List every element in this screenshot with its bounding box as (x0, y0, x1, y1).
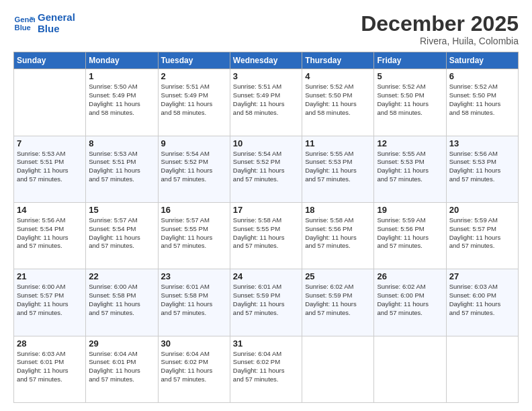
header-day-saturday: Saturday (446, 52, 518, 69)
svg-text:General: General (15, 15, 35, 24)
day-info: Sunrise: 5:54 AM Sunset: 5:52 PM Dayligh… (233, 150, 299, 184)
day-number: 15 (89, 205, 154, 215)
calendar-cell: 5Sunrise: 5:52 AM Sunset: 5:50 PM Daylig… (374, 69, 446, 136)
day-info: Sunrise: 6:01 AM Sunset: 5:58 PM Dayligh… (161, 283, 227, 317)
calendar-cell: 24Sunrise: 6:01 AM Sunset: 5:59 PM Dayli… (230, 269, 302, 336)
month-title: December 2025 (361, 12, 519, 36)
day-number: 9 (161, 138, 227, 148)
day-info: Sunrise: 5:56 AM Sunset: 5:54 PM Dayligh… (17, 216, 83, 250)
day-number: 29 (89, 338, 154, 349)
calendar-cell: 2Sunrise: 5:51 AM Sunset: 5:49 PM Daylig… (158, 69, 230, 136)
day-info: Sunrise: 5:53 AM Sunset: 5:51 PM Dayligh… (17, 150, 83, 184)
calendar-cell: 27Sunrise: 6:03 AM Sunset: 6:00 PM Dayli… (446, 269, 518, 336)
day-number: 25 (305, 271, 371, 281)
day-info: Sunrise: 5:54 AM Sunset: 5:52 PM Dayligh… (161, 150, 227, 184)
day-number: 10 (233, 138, 299, 148)
calendar-week-row: 28Sunrise: 6:03 AM Sunset: 6:01 PM Dayli… (14, 336, 519, 402)
day-number: 12 (377, 138, 443, 148)
day-info: Sunrise: 5:51 AM Sunset: 5:49 PM Dayligh… (161, 83, 227, 117)
day-info: Sunrise: 5:57 AM Sunset: 5:55 PM Dayligh… (161, 216, 227, 250)
calendar-cell: 18Sunrise: 5:58 AM Sunset: 5:56 PM Dayli… (302, 202, 374, 269)
day-info: Sunrise: 6:01 AM Sunset: 5:59 PM Dayligh… (233, 283, 299, 317)
logo-line1: General (38, 12, 75, 24)
calendar-header-row: SundayMondayTuesdayWednesdayThursdayFrid… (14, 52, 519, 69)
header: General Blue General Blue December 2025 … (13, 12, 519, 46)
calendar-cell: 12Sunrise: 5:55 AM Sunset: 5:53 PM Dayli… (374, 136, 446, 202)
day-number: 23 (161, 271, 227, 281)
calendar-cell: 3Sunrise: 5:51 AM Sunset: 5:49 PM Daylig… (230, 69, 302, 136)
calendar-cell: 23Sunrise: 6:01 AM Sunset: 5:58 PM Dayli… (158, 269, 230, 336)
day-number: 27 (449, 271, 515, 281)
calendar-cell: 8Sunrise: 5:53 AM Sunset: 5:51 PM Daylig… (86, 136, 158, 202)
calendar-cell: 17Sunrise: 5:58 AM Sunset: 5:55 PM Dayli… (230, 202, 302, 269)
day-number: 5 (377, 71, 443, 81)
calendar-cell (14, 69, 86, 136)
day-number: 14 (17, 205, 83, 215)
day-info: Sunrise: 6:03 AM Sunset: 6:01 PM Dayligh… (17, 350, 83, 384)
day-number: 4 (305, 71, 371, 81)
calendar-week-row: 21Sunrise: 6:00 AM Sunset: 5:57 PM Dayli… (14, 269, 519, 336)
calendar-week-row: 1Sunrise: 5:50 AM Sunset: 5:49 PM Daylig… (14, 69, 519, 136)
day-number: 31 (233, 338, 299, 349)
day-info: Sunrise: 6:04 AM Sunset: 6:02 PM Dayligh… (161, 350, 227, 384)
day-info: Sunrise: 5:52 AM Sunset: 5:50 PM Dayligh… (449, 83, 515, 117)
day-number: 11 (305, 138, 371, 148)
header-day-tuesday: Tuesday (158, 52, 230, 69)
day-info: Sunrise: 5:59 AM Sunset: 5:57 PM Dayligh… (449, 216, 515, 250)
day-number: 8 (89, 138, 154, 148)
title-block: December 2025 Rivera, Huila, Colombia (361, 12, 519, 46)
calendar-cell: 15Sunrise: 5:57 AM Sunset: 5:54 PM Dayli… (86, 202, 158, 269)
calendar-cell: 11Sunrise: 5:55 AM Sunset: 5:53 PM Dayli… (302, 136, 374, 202)
day-info: Sunrise: 5:58 AM Sunset: 5:55 PM Dayligh… (233, 216, 299, 250)
location-subtitle: Rivera, Huila, Colombia (361, 36, 519, 46)
logo-icon: General Blue (13, 13, 35, 34)
calendar-cell: 25Sunrise: 6:02 AM Sunset: 5:59 PM Dayli… (302, 269, 374, 336)
day-number: 28 (17, 338, 83, 349)
header-day-wednesday: Wednesday (230, 52, 302, 69)
day-info: Sunrise: 6:00 AM Sunset: 5:58 PM Dayligh… (89, 283, 154, 317)
day-number: 13 (449, 138, 515, 148)
calendar-cell: 16Sunrise: 5:57 AM Sunset: 5:55 PM Dayli… (158, 202, 230, 269)
day-info: Sunrise: 6:02 AM Sunset: 5:59 PM Dayligh… (305, 283, 371, 317)
day-number: 22 (89, 271, 154, 281)
calendar-table: SundayMondayTuesdayWednesdayThursdayFrid… (13, 52, 519, 403)
day-number: 2 (161, 71, 227, 81)
day-number: 24 (233, 271, 299, 281)
day-info: Sunrise: 5:55 AM Sunset: 5:53 PM Dayligh… (377, 150, 443, 184)
day-info: Sunrise: 5:58 AM Sunset: 5:56 PM Dayligh… (305, 216, 371, 250)
day-number: 3 (233, 71, 299, 81)
day-info: Sunrise: 6:00 AM Sunset: 5:57 PM Dayligh… (17, 283, 83, 317)
calendar-cell: 6Sunrise: 5:52 AM Sunset: 5:50 PM Daylig… (446, 69, 518, 136)
header-day-friday: Friday (374, 52, 446, 69)
calendar-cell: 1Sunrise: 5:50 AM Sunset: 5:49 PM Daylig… (86, 69, 158, 136)
calendar-cell: 22Sunrise: 6:00 AM Sunset: 5:58 PM Dayli… (86, 269, 158, 336)
day-info: Sunrise: 6:04 AM Sunset: 6:02 PM Dayligh… (233, 350, 299, 384)
page: General Blue General Blue December 2025 … (0, 0, 532, 411)
calendar-cell: 7Sunrise: 5:53 AM Sunset: 5:51 PM Daylig… (14, 136, 86, 202)
header-day-thursday: Thursday (302, 52, 374, 69)
day-number: 6 (449, 71, 515, 81)
calendar-cell (302, 336, 374, 402)
calendar-cell: 26Sunrise: 6:02 AM Sunset: 6:00 PM Dayli… (374, 269, 446, 336)
day-info: Sunrise: 5:57 AM Sunset: 5:54 PM Dayligh… (89, 216, 154, 250)
calendar-cell: 29Sunrise: 6:04 AM Sunset: 6:01 PM Dayli… (86, 336, 158, 402)
day-number: 30 (161, 338, 227, 349)
calendar-body: 1Sunrise: 5:50 AM Sunset: 5:49 PM Daylig… (14, 69, 519, 403)
calendar-cell: 20Sunrise: 5:59 AM Sunset: 5:57 PM Dayli… (446, 202, 518, 269)
calendar-cell (446, 336, 518, 402)
calendar-cell: 4Sunrise: 5:52 AM Sunset: 5:50 PM Daylig… (302, 69, 374, 136)
calendar-week-row: 7Sunrise: 5:53 AM Sunset: 5:51 PM Daylig… (14, 136, 519, 202)
day-info: Sunrise: 6:03 AM Sunset: 6:00 PM Dayligh… (449, 283, 515, 317)
calendar-cell: 30Sunrise: 6:04 AM Sunset: 6:02 PM Dayli… (158, 336, 230, 402)
calendar-week-row: 14Sunrise: 5:56 AM Sunset: 5:54 PM Dayli… (14, 202, 519, 269)
day-number: 21 (17, 271, 83, 281)
day-number: 26 (377, 271, 443, 281)
calendar-cell: 31Sunrise: 6:04 AM Sunset: 6:02 PM Dayli… (230, 336, 302, 402)
day-info: Sunrise: 5:52 AM Sunset: 5:50 PM Dayligh… (305, 83, 371, 117)
day-info: Sunrise: 5:56 AM Sunset: 5:53 PM Dayligh… (449, 150, 515, 184)
calendar-cell: 19Sunrise: 5:59 AM Sunset: 5:56 PM Dayli… (374, 202, 446, 269)
calendar-cell (374, 336, 446, 402)
day-number: 17 (233, 205, 299, 215)
header-day-sunday: Sunday (14, 52, 86, 69)
logo-line2: Blue (38, 24, 75, 35)
